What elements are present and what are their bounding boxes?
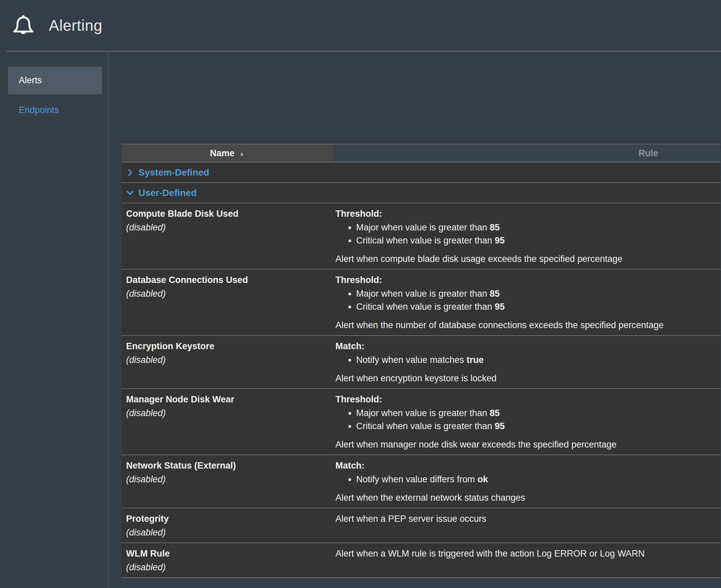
condition-value: 95 — [494, 235, 505, 246]
main-panel: Name ▲ Rule System-DefinedUser-DefinedCo… — [109, 51, 721, 588]
condition-value: 95 — [494, 302, 505, 312]
alerting-page: Alerting Alerts Endpoints Name ▲ Rule Sy… — [0, 0, 721, 588]
condition-value: 95 — [494, 421, 505, 431]
rule-conditions: Notify when value matches true — [335, 354, 712, 366]
alert-name: Compute Blade Disk Used — [126, 208, 325, 220]
rule-type-label: Threshold: — [335, 274, 712, 286]
alert-name-cell: WLM Rule(disabled) — [122, 543, 333, 577]
alert-name-cell: Manager Node Disk Wear(disabled) — [122, 389, 333, 455]
alert-name: Encryption Keystore — [126, 340, 325, 352]
alert-row[interactable]: Database Connections Used(disabled)Thres… — [122, 270, 720, 336]
alert-rule-cell: Match:Notify when value differs from okA… — [333, 455, 720, 508]
alert-group-header[interactable]: System-Defined — [122, 163, 720, 183]
alert-name-cell: Encryption Keystore(disabled) — [122, 336, 333, 388]
alert-name: WLM Rule — [126, 548, 325, 560]
alert-row[interactable]: Manager Node Disk Wear(disabled)Threshol… — [122, 389, 720, 455]
alert-rule-cell: Alert when a WLM rule is triggered with … — [333, 543, 720, 577]
alert-group-header[interactable]: User-Defined — [122, 183, 720, 203]
alert-name: Database Connections Used — [126, 274, 325, 286]
alert-name-cell: Database Connections Used(disabled) — [122, 270, 333, 335]
rule-description: Alert when the number of database connec… — [335, 319, 712, 331]
rule-type-label: Threshold: — [335, 208, 712, 220]
alerts-table: Name ▲ Rule System-DefinedUser-DefinedCo… — [122, 144, 720, 578]
alert-row[interactable]: WLM Rule(disabled)Alert when a WLM rule … — [122, 543, 720, 578]
condition-value: 85 — [490, 408, 500, 418]
alert-name-cell: Protegrity(disabled) — [122, 508, 333, 543]
rule-description: Alert when encryption keystore is locked — [335, 373, 712, 384]
chevron-right-icon — [126, 168, 134, 176]
rule-condition: Critical when value is greater than 95 — [356, 234, 712, 247]
condition-value: 85 — [490, 223, 500, 232]
condition-value: 85 — [490, 289, 500, 299]
rule-condition: Major when value is greater than 85 — [356, 221, 712, 234]
table-header-row: Name ▲ Rule — [122, 144, 720, 163]
condition-value: ok — [478, 474, 488, 484]
rule-condition: Notify when value differs from ok — [356, 473, 712, 486]
alert-status: (disabled) — [126, 527, 325, 539]
rule-condition: Critical when value is greater than 95 — [356, 420, 712, 433]
rule-conditions: Major when value is greater than 85Criti… — [335, 221, 712, 247]
rule-description: Alert when compute blade disk usage exce… — [335, 253, 712, 265]
alert-name-cell: Compute Blade Disk Used(disabled) — [122, 203, 333, 269]
alert-row[interactable]: Encryption Keystore(disabled)Match:Notif… — [122, 336, 720, 389]
alert-name-cell: Network Status (External)(disabled) — [122, 455, 333, 508]
alert-name: Network Status (External) — [126, 460, 325, 471]
rule-condition: Major when value is greater than 85 — [356, 407, 712, 420]
alert-status: (disabled) — [126, 222, 325, 233]
page-header: Alerting — [0, 0, 721, 51]
alert-status: (disabled) — [126, 354, 325, 366]
sidebar-item-alerts[interactable]: Alerts — [8, 67, 102, 94]
condition-value: true — [467, 355, 484, 365]
rule-condition: Major when value is greater than 85 — [356, 287, 712, 300]
sidebar: Alerts Endpoints — [0, 51, 109, 588]
page-title: Alerting — [49, 16, 102, 35]
alert-group-label: User-Defined — [139, 188, 197, 198]
rule-condition: Notify when value matches true — [356, 354, 712, 366]
alert-row[interactable]: Protegrity(disabled)Alert when a PEP ser… — [122, 508, 720, 543]
alert-rule-cell: Threshold:Major when value is greater th… — [333, 389, 720, 455]
column-header-name[interactable]: Name ▲ — [122, 145, 333, 162]
rule-conditions: Notify when value differs from ok — [335, 473, 712, 486]
alert-row[interactable]: Network Status (External)(disabled)Match… — [122, 455, 720, 508]
rule-type-label: Match: — [335, 460, 712, 471]
sort-ascending-icon: ▲ — [239, 150, 245, 157]
column-header-rule-label: Rule — [638, 148, 658, 159]
rule-description: Alert when a WLM rule is triggered with … — [335, 548, 712, 560]
bell-icon — [10, 11, 37, 40]
rule-conditions: Major when value is greater than 85Criti… — [335, 407, 712, 433]
alert-status: (disabled) — [126, 562, 325, 573]
alert-status: (disabled) — [126, 407, 325, 419]
alert-status: (disabled) — [126, 474, 325, 485]
rule-conditions: Major when value is greater than 85Criti… — [335, 287, 712, 313]
rule-description: Alert when manager node disk wear exceed… — [335, 439, 712, 450]
alert-rule-cell: Alert when a PEP server issue occurs — [333, 508, 720, 543]
column-header-name-label: Name — [210, 148, 235, 159]
rule-type-label: Match: — [335, 340, 712, 352]
chevron-down-icon — [126, 189, 134, 197]
column-header-rule[interactable]: Rule — [333, 145, 720, 162]
alert-row[interactable]: Compute Blade Disk Used(disabled)Thresho… — [122, 203, 720, 270]
alert-rule-cell: Threshold:Major when value is greater th… — [333, 270, 720, 335]
content: Alerts Endpoints Name ▲ Rule System-Defi… — [0, 51, 721, 588]
alert-name: Protegrity — [126, 513, 325, 525]
alert-status: (disabled) — [126, 288, 325, 300]
sidebar-item-endpoints[interactable]: Endpoints — [8, 105, 102, 115]
rule-description: Alert when the external network status c… — [335, 492, 712, 504]
table-body: System-DefinedUser-DefinedCompute Blade … — [122, 163, 720, 578]
alert-rule-cell: Threshold:Major when value is greater th… — [333, 203, 720, 269]
rule-description: Alert when a PEP server issue occurs — [335, 513, 712, 525]
rule-type-label: Threshold: — [335, 394, 712, 405]
rule-condition: Critical when value is greater than 95 — [356, 300, 712, 313]
alert-name: Manager Node Disk Wear — [126, 394, 325, 405]
alert-rule-cell: Match:Notify when value matches trueAler… — [333, 336, 720, 388]
alert-group-label: System-Defined — [139, 167, 209, 178]
